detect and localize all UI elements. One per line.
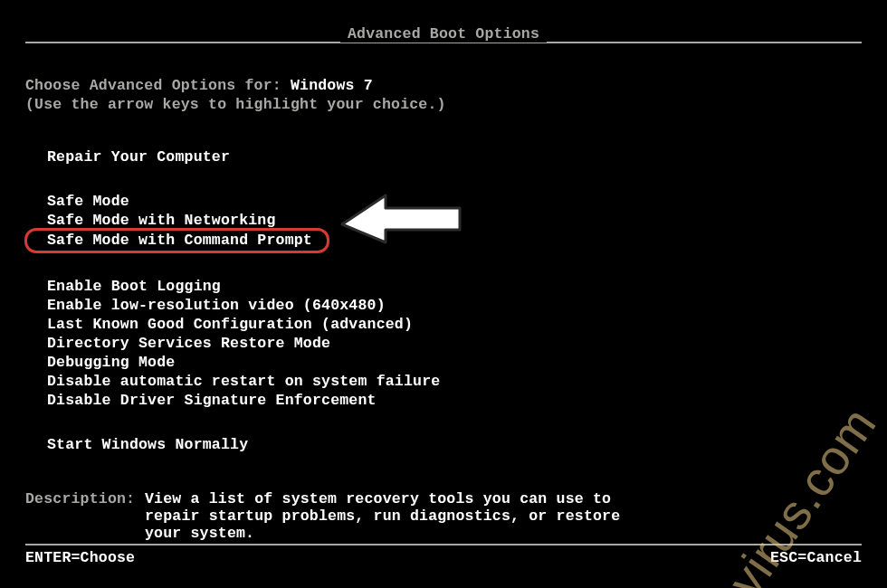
menu-item-ds-restore-mode[interactable]: Directory Services Restore Mode bbox=[25, 334, 330, 353]
menu-item-safe-mode[interactable]: Safe Mode bbox=[25, 192, 129, 211]
menu-item-repair-computer[interactable]: Repair Your Computer bbox=[25, 147, 230, 166]
main-content: Choose Advanced Options for: Windows 7 (… bbox=[0, 43, 887, 542]
os-name: Windows 7 bbox=[291, 77, 373, 94]
description-block: Description: View a list of system recov… bbox=[25, 490, 887, 542]
description-label: Description: bbox=[25, 490, 145, 542]
menu-item-disable-driver-sig[interactable]: Disable Driver Signature Enforcement bbox=[25, 391, 377, 410]
menu-item-low-res-video[interactable]: Enable low-resolution video (640x480) bbox=[25, 296, 386, 315]
choose-prefix: Choose Advanced Options for: bbox=[25, 77, 291, 94]
description-text: View a list of system recovery tools you… bbox=[145, 490, 652, 542]
group-start-normally: Start Windows Normally bbox=[25, 435, 887, 454]
choose-line: Choose Advanced Options for: Windows 7 bbox=[25, 77, 887, 94]
menu-item-safe-mode-command-prompt[interactable]: Safe Mode with Command Prompt bbox=[25, 229, 329, 252]
group-repair: Repair Your Computer bbox=[25, 147, 887, 166]
hint-line: (Use the arrow keys to highlight your ch… bbox=[25, 96, 887, 113]
footer: ENTER=Choose ESC=Cancel bbox=[25, 544, 862, 566]
pointer-arrow-icon bbox=[333, 186, 469, 254]
menu-item-last-known-good[interactable]: Last Known Good Configuration (advanced) bbox=[25, 315, 413, 334]
menu-item-safe-mode-networking[interactable]: Safe Mode with Networking bbox=[25, 211, 276, 230]
footer-esc: ESC=Cancel bbox=[770, 549, 862, 566]
title-bar: Advanced Boot Options bbox=[0, 0, 887, 43]
group-more-options: Enable Boot Logging Enable low-resolutio… bbox=[25, 277, 887, 410]
footer-divider bbox=[25, 544, 862, 545]
footer-enter: ENTER=Choose bbox=[25, 549, 135, 566]
menu-item-disable-auto-restart[interactable]: Disable automatic restart on system fail… bbox=[25, 372, 440, 391]
menu-item-start-normally[interactable]: Start Windows Normally bbox=[25, 435, 248, 454]
menu-item-boot-logging[interactable]: Enable Boot Logging bbox=[25, 277, 221, 296]
menu-item-debugging-mode[interactable]: Debugging Mode bbox=[25, 353, 175, 372]
page-title: Advanced Boot Options bbox=[340, 25, 547, 43]
